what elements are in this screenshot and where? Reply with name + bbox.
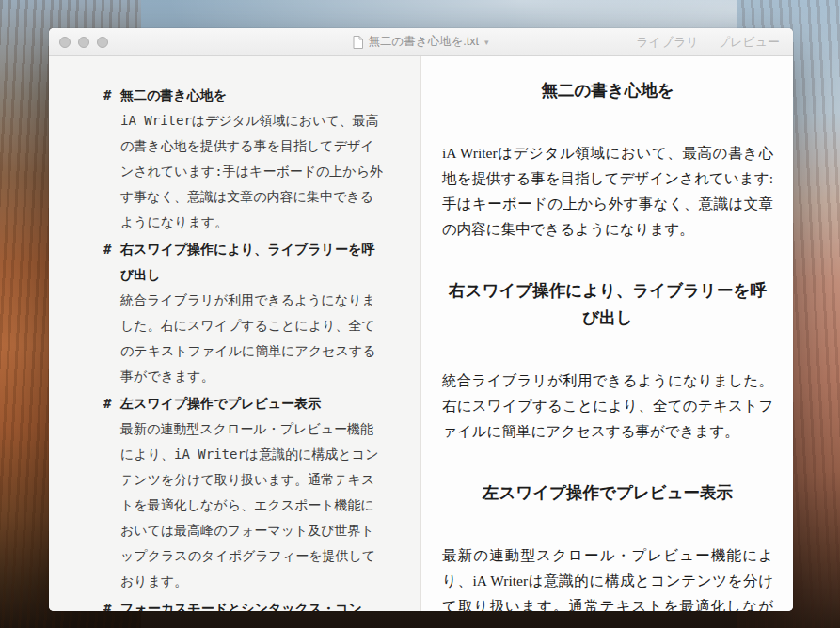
zoom-button[interactable] xyxy=(97,37,108,48)
preview-heading: 左スワイプ操作でプレビュー表示 xyxy=(446,479,769,507)
document-title-label: 無二の書き心地を.txt xyxy=(368,34,479,50)
document-icon xyxy=(353,36,363,49)
preview-section: 左スワイプ操作でプレビュー表示 最新の連動型スクロール・プレビュー機能により、i… xyxy=(442,479,773,611)
preview-pane[interactable]: 無二の書き心地を iA Writerはデジタル領域において、最高の書き心地を提供… xyxy=(421,56,793,611)
chevron-down-icon: ▾ xyxy=(484,38,489,47)
preview-paragraph: 統合ライブラリが利用できるようになりました。右にスワイプすることにより、全てのテ… xyxy=(442,368,773,444)
editor-heading: 左スワイプ操作でプレビュー表示 xyxy=(120,391,387,416)
split-view: # 無二の書き心地を iA Writerはデジタル領域において、最高の書き心地を… xyxy=(49,56,793,611)
preview-heading: 無二の書き心地を xyxy=(446,77,769,104)
traffic-lights xyxy=(59,28,108,55)
preview-paragraph: iA Writerはデジタル領域において、最高の書き心地を提供する事を目指してデ… xyxy=(442,140,773,242)
preview-button[interactable]: プレビュー xyxy=(718,34,780,51)
document-title[interactable]: 無二の書き心地を.txt ▾ xyxy=(353,34,488,50)
editor-pane[interactable]: # 無二の書き心地を iA Writerはデジタル領域において、最高の書き心地を… xyxy=(49,56,421,611)
markdown-block: # 無二の書き心地を iA Writerはデジタル領域において、最高の書き心地を… xyxy=(103,83,387,235)
heading-marker: # xyxy=(103,237,120,389)
library-button[interactable]: ライブラリ xyxy=(636,34,699,51)
heading-marker: # xyxy=(103,391,120,594)
titlebar-actions: ライブラリ プレビュー xyxy=(636,28,780,55)
markdown-block: # フォーカスモードとシンタックス・コン xyxy=(103,596,387,611)
close-button[interactable] xyxy=(59,37,71,48)
editor-body: iA Writerはデジタル領域において、最高の書き心地を提供する事を目指してデ… xyxy=(120,108,387,235)
editor-body: 統合ライブラリが利用できるようになりました。右にスワイプすることにより、全てのテ… xyxy=(120,288,387,389)
editor-heading: フォーカスモードとシンタックス・コン xyxy=(120,596,387,611)
preview-paragraph: 最新の連動型スクロール・プレビュー機能により、iA Writerは意識的に構成と… xyxy=(442,542,773,611)
markdown-block: # 左スワイプ操作でプレビュー表示 最新の連動型スクロール・プレビュー機能により… xyxy=(103,391,387,594)
ia-writer-window: 無二の書き心地を.txt ▾ ライブラリ プレビュー # 無二の書き心地を iA… xyxy=(49,28,793,611)
markdown-block: # 右スワイプ操作により、ライブラリーを呼び出し 統合ライブラリが利用できるよう… xyxy=(103,237,387,389)
editor-body: 最新の連動型スクロール・プレビュー機能により、iA Writerは意識的に構成と… xyxy=(120,416,387,594)
titlebar[interactable]: 無二の書き心地を.txt ▾ ライブラリ プレビュー xyxy=(49,28,793,56)
minimize-button[interactable] xyxy=(78,37,89,48)
preview-section: 無二の書き心地を iA Writerはデジタル領域において、最高の書き心地を提供… xyxy=(442,77,773,242)
heading-marker: # xyxy=(103,596,120,611)
editor-heading: 無二の書き心地を xyxy=(120,83,387,108)
heading-marker: # xyxy=(103,83,120,235)
preview-section: 右スワイプ操作により、ライブラリーを呼び出し 統合ライブラリが利用できるようにな… xyxy=(442,277,773,444)
editor-heading: 右スワイプ操作により、ライブラリーを呼び出し xyxy=(120,237,387,288)
preview-heading: 右スワイプ操作により、ライブラリーを呼び出し xyxy=(446,277,769,332)
